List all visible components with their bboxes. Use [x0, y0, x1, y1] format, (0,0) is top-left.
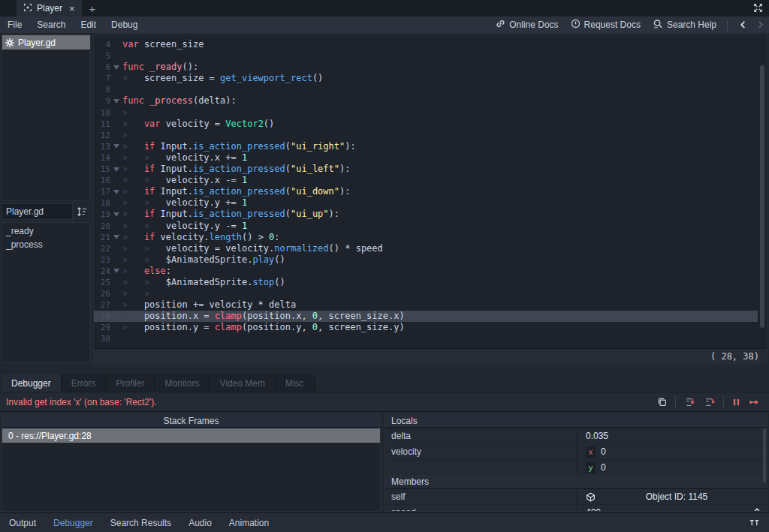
menu-item-debug[interactable]: Debug [104, 20, 145, 30]
code-line-26[interactable]: 26»» [94, 288, 758, 299]
fold-caret-icon[interactable] [110, 62, 122, 73]
code-line-15[interactable]: 15»if Input.is_action_pressed("ui_left")… [94, 164, 758, 175]
code-line-20[interactable]: 20»»velocity.y -= 1 [94, 221, 758, 232]
code-line-19[interactable]: 19»if Input.is_action_pressed("ui_up"): [94, 209, 758, 220]
stack-frame-row[interactable]: 0 - res://Player.gd:28 [2, 428, 380, 443]
pause-icon[interactable] [732, 398, 740, 407]
new-tab-button[interactable]: + [82, 0, 104, 17]
debugger-tab-misc[interactable]: Misc [276, 374, 315, 392]
code-line-25[interactable]: 25»»$AnimatedSprite.stop() [94, 277, 758, 288]
code-line-18[interactable]: 18»»velocity.y += 1 [94, 197, 758, 209]
code-editor[interactable]: 4var screen_size56func _ready():7»screen… [93, 35, 767, 365]
code-line-17[interactable]: 17»if Input.is_action_pressed("ui_down")… [94, 186, 758, 197]
menu-button-online-docs[interactable]: Online Docs [496, 19, 558, 31]
debugger-tab-monitors[interactable]: Monitors [155, 374, 210, 392]
code-line-16[interactable]: 16»»velocity.x -= 1 [94, 175, 758, 186]
fold-caret-icon[interactable] [110, 266, 122, 277]
fold-caret-icon[interactable] [110, 164, 122, 175]
tab-player[interactable]: Player × [17, 0, 82, 17]
variable-value[interactable]: y0 [577, 460, 767, 475]
code-line-5[interactable]: 5 [94, 50, 758, 62]
variable-value[interactable]: 400 [577, 505, 767, 512]
code-line-21[interactable]: 21»if velocity.length() > 0: [94, 232, 758, 243]
code-token: is_action_pressed [193, 164, 285, 174]
code-text: »if Input.is_action_pressed("ui_right"): [122, 141, 758, 152]
code-token: get_viewport_rect [220, 73, 312, 83]
code-line-27[interactable]: 27»position += velocity * delta [94, 299, 758, 311]
panel-toggle-icon[interactable] [749, 518, 760, 527]
code-line-12[interactable]: 12» [94, 130, 758, 141]
chevron-left-icon[interactable] [734, 20, 752, 29]
code-line-6[interactable]: 6func _ready(): [94, 62, 758, 73]
method-item-ready[interactable]: _ready [2, 224, 90, 238]
line-number: 17 [94, 186, 110, 197]
code-line-10[interactable]: 10» [94, 107, 758, 119]
debugger-error-bar: Invalid get index 'x' (on base: 'Rect2')… [0, 392, 769, 412]
code-token: 1 [242, 197, 247, 208]
bottom-tab-animation[interactable]: Animation [229, 518, 269, 528]
code-line-29[interactable]: 29»position.y = clamp(position.y, 0, scr… [94, 322, 758, 333]
inspector-scrollbar[interactable] [763, 428, 766, 482]
copy-icon[interactable] [657, 397, 667, 407]
step-over-icon[interactable] [704, 397, 715, 407]
code-line-7[interactable]: 7»screen_size = get_viewport_rect() [94, 73, 758, 84]
editor-scrollbar[interactable] [760, 65, 764, 328]
bottom-tab-output[interactable]: Output [9, 518, 36, 528]
variable-row-delta[interactable]: delta0.035 [385, 428, 767, 443]
debugger-tab-debugger[interactable]: Debugger [2, 374, 62, 392]
code-line-23[interactable]: 23»»$AnimatedSprite.play() [94, 254, 758, 266]
menu-item-edit[interactable]: Edit [73, 20, 104, 30]
tab-marker-icon: » [122, 107, 144, 119]
code-line-24[interactable]: 24»else: [94, 266, 758, 277]
variable-row-velocity[interactable]: velocityx0 [385, 444, 767, 459]
code-line-4[interactable]: 4var screen_size [94, 39, 758, 50]
menu-item-search[interactable]: Search [29, 20, 73, 30]
script-item[interactable]: Player.gd [2, 35, 90, 50]
spinner-updown-icon[interactable] [753, 507, 761, 512]
chevron-right-icon[interactable] [752, 20, 769, 29]
bottom-tab-debugger[interactable]: Debugger [53, 518, 93, 528]
method-item-process[interactable]: _process [2, 238, 90, 251]
menu-button-label: Request Docs [584, 20, 641, 30]
fold-gutter [110, 288, 122, 299]
code-lines[interactable]: 4var screen_size56func _ready():7»screen… [94, 35, 758, 348]
fold-caret-icon[interactable] [110, 186, 122, 197]
variable-value[interactable]: x0 [577, 444, 767, 459]
code-token: if [144, 209, 155, 219]
code-line-22[interactable]: 22»»velocity = velocity.normalized() * s… [94, 243, 758, 254]
menu-button-search-help[interactable]: Search Help [653, 19, 716, 32]
code-line-14[interactable]: 14»»velocity.x += 1 [94, 152, 758, 164]
debugger-tab-errors[interactable]: Errors [62, 374, 107, 392]
sort-icon[interactable] [73, 206, 91, 217]
variable-row-self[interactable]: selfObject ID: 1145 [385, 489, 767, 504]
debugger-tab-video-mem[interactable]: Video Mem [210, 374, 275, 392]
continue-icon[interactable] [749, 398, 760, 407]
bottom-tab-search-results[interactable]: Search Results [110, 518, 171, 528]
expand-icon[interactable] [753, 3, 763, 15]
variable-row-speed[interactable]: speed400 [385, 505, 767, 512]
menu-item-file[interactable]: File [0, 20, 29, 30]
fold-caret-icon[interactable] [110, 232, 122, 243]
filter-scripts-input[interactable]: Player.gd [2, 203, 73, 220]
variable-value[interactable]: 0.035 [577, 428, 767, 443]
code-line-13[interactable]: 13»if Input.is_action_pressed("ui_right"… [94, 141, 758, 152]
code-line-11[interactable]: 11»var velocity = Vector2() [94, 119, 758, 130]
fold-gutter [110, 311, 122, 322]
code-line-28[interactable]: 28»position.x = clamp(position.x, 0, scr… [94, 311, 758, 322]
code-line-9[interactable]: 9func _process(delta): [94, 95, 758, 107]
line-number: 18 [94, 197, 110, 209]
code-line-30[interactable]: 30 [94, 333, 758, 344]
fold-caret-icon[interactable] [110, 141, 122, 152]
close-icon[interactable]: × [69, 4, 75, 14]
fold-caret-icon[interactable] [110, 95, 122, 107]
code-token: Input. [155, 141, 193, 152]
step-into-icon[interactable] [684, 397, 695, 407]
variable-row-velocity[interactable]: y0 [385, 460, 767, 475]
variable-value[interactable]: Object ID: 1145 [577, 489, 767, 504]
debugger-tab-profiler[interactable]: Profiler [106, 374, 155, 392]
code-token: 1 [242, 175, 247, 185]
code-line-8[interactable]: 8 [94, 84, 758, 95]
bottom-tab-audio[interactable]: Audio [188, 518, 212, 528]
menu-button-request-docs[interactable]: Request Docs [571, 19, 641, 31]
fold-caret-icon[interactable] [110, 209, 122, 220]
